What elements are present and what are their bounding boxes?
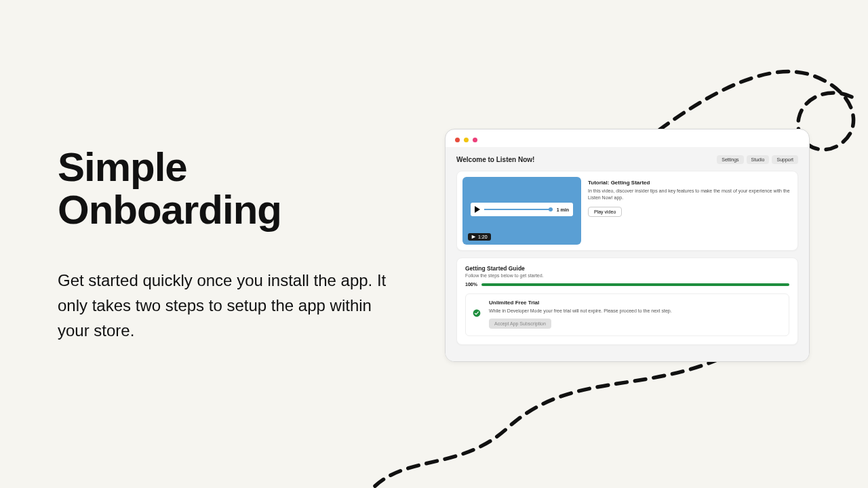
progress-percent: 100% xyxy=(465,282,477,287)
play-video-button[interactable]: Play video xyxy=(588,207,622,217)
traffic-light-close-icon xyxy=(455,138,460,142)
video-time-badge: 1:20 xyxy=(468,233,491,241)
guide-title: Getting Started Guide xyxy=(465,265,789,272)
studio-button[interactable]: Studio xyxy=(747,155,770,164)
app-welcome-title: Welcome to Listen Now! xyxy=(456,156,534,163)
video-controls: 1 min xyxy=(471,203,573,216)
accept-subscription-button[interactable]: Accept App Subscription xyxy=(489,319,551,329)
browser-window: Welcome to Listen Now! Settings Studio S… xyxy=(445,129,810,362)
check-complete-icon xyxy=(473,309,481,319)
hero-title-line2: Onboarding xyxy=(58,187,281,232)
step-description: While in Developer Mode your free trial … xyxy=(489,308,782,313)
video-thumbnail[interactable]: 1 min 1:20 xyxy=(462,177,581,245)
guide-card: Getting Started Guide Follow the steps b… xyxy=(456,258,798,345)
tutorial-card: 1 min 1:20 Tutorial: Getting Started In … xyxy=(456,171,798,251)
app-body: Welcome to Listen Now! Settings Studio S… xyxy=(446,147,809,361)
traffic-light-minimize-icon xyxy=(464,138,469,142)
play-icon[interactable] xyxy=(475,206,480,213)
support-button[interactable]: Support xyxy=(772,155,798,164)
video-progress-bar[interactable] xyxy=(484,209,553,210)
guide-subtitle: Follow the steps below to get started. xyxy=(465,273,789,278)
browser-titlebar xyxy=(446,134,809,146)
hero-title: Simple Onboarding xyxy=(58,146,403,231)
video-badge-time: 1:20 xyxy=(478,235,488,239)
settings-button[interactable]: Settings xyxy=(717,155,743,164)
play-small-icon xyxy=(471,235,476,239)
hero-description: Get started quickly once you install the… xyxy=(58,268,403,344)
step-title: Unlimited Free Trial xyxy=(489,300,782,306)
step-unlimited-free-trial: Unlimited Free Trial While in Developer … xyxy=(465,293,789,336)
tutorial-description: In this video, discover insider tips and… xyxy=(588,188,792,201)
tutorial-title: Tutorial: Getting Started xyxy=(588,180,792,186)
hero-title-line1: Simple xyxy=(58,144,187,190)
video-duration-label: 1 min xyxy=(557,207,569,212)
progress-bar xyxy=(481,283,789,286)
traffic-light-zoom-icon xyxy=(473,138,477,142)
decorative-swirl-bottom xyxy=(285,352,732,488)
